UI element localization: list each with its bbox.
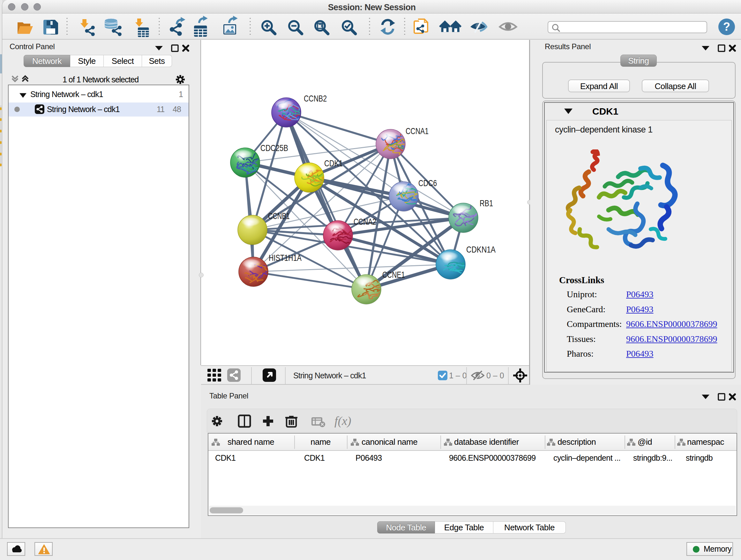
svg-text:CDC6: CDC6 <box>418 178 437 188</box>
svg-text:CDKN1A: CDKN1A <box>466 245 495 254</box>
svg-text:CCNA2: CCNA2 <box>354 217 376 227</box>
svg-text:CCNB2: CCNB2 <box>304 94 327 104</box>
svg-text:f(x): f(x) <box>334 414 351 428</box>
svg-text:CDC25B: CDC25B <box>260 143 288 153</box>
svg-text:HIST1H1A: HIST1H1A <box>269 253 301 263</box>
svg-text:CCNE1: CCNE1 <box>382 270 405 280</box>
svg-text:CDK1: CDK1 <box>324 159 343 168</box>
svg-text:?: ? <box>723 20 730 33</box>
svg-text:CCNB1: CCNB1 <box>268 211 290 221</box>
svg-text:RB1: RB1 <box>480 198 493 208</box>
svg-text:CCNA1: CCNA1 <box>406 126 428 136</box>
